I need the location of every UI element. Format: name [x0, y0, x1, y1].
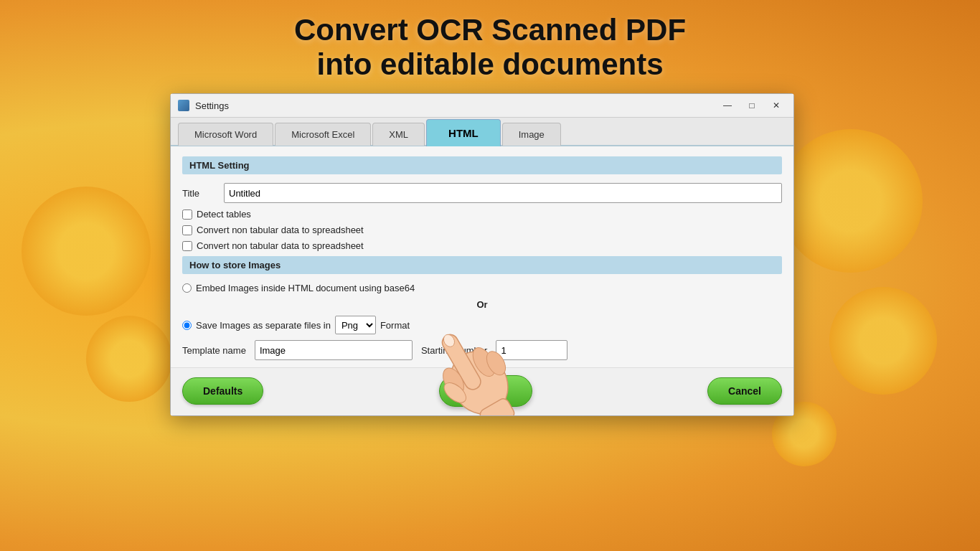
ok-button[interactable]: OK — [439, 375, 532, 407]
maximize-button[interactable]: □ — [742, 98, 762, 113]
bg-circle-1 — [22, 187, 151, 316]
bg-circle-2 — [86, 316, 172, 402]
template-input[interactable] — [255, 340, 413, 360]
close-button[interactable]: ✕ — [766, 98, 786, 113]
convert2-row: Convert non tabular data to spreadsheet — [182, 240, 782, 251]
window-controls: — □ ✕ — [717, 98, 786, 113]
bg-circle-4 — [829, 287, 937, 395]
dialog-footer: Defaults OK Cancel — [171, 367, 793, 415]
detect-tables-row: Detect tables — [182, 209, 782, 220]
page-title: Convert OCR Scanned PDF into editable do… — [0, 13, 980, 83]
detect-tables-checkbox[interactable] — [182, 209, 192, 220]
title-bar: Settings — □ ✕ — [171, 94, 793, 118]
tab-word[interactable]: Microsoft Word — [178, 123, 273, 146]
or-label: Or — [182, 299, 782, 310]
tabs-row: Microsoft Word Microsoft Excel XML HTML … — [171, 118, 793, 146]
title-row: Title — [182, 183, 782, 203]
convert1-label: Convert non tabular data to spreadsheet — [197, 225, 364, 235]
convert1-row: Convert non tabular data to spreadsheet — [182, 225, 782, 235]
format-label: Format — [380, 320, 410, 331]
minimize-button[interactable]: — — [717, 98, 738, 113]
html-setting-header: HTML Setting — [182, 156, 782, 174]
convert2-checkbox[interactable] — [182, 241, 192, 251]
tab-image[interactable]: Image — [502, 123, 561, 146]
tab-html[interactable]: HTML — [426, 119, 501, 146]
embed-radio[interactable] — [182, 283, 192, 293]
title-input[interactable] — [224, 183, 782, 203]
starting-number-input[interactable] — [496, 340, 567, 360]
settings-dialog: Settings — □ ✕ Microsoft Word Microsoft … — [170, 93, 794, 416]
tab-excel[interactable]: Microsoft Excel — [275, 123, 371, 146]
app-icon — [178, 100, 189, 111]
defaults-button[interactable]: Defaults — [182, 377, 263, 405]
dialog-title: Settings — [195, 100, 712, 111]
dialog-content: HTML Setting Title Detect tables Convert… — [171, 146, 793, 367]
embed-label: Embed Images inside HTML document using … — [196, 283, 415, 293]
starting-label: Starting number — [421, 345, 488, 356]
template-label: Template name — [182, 345, 246, 356]
convert2-label: Convert non tabular data to spreadsheet — [197, 240, 364, 251]
format-select[interactable]: Png Jpg Bmp Gif — [335, 316, 376, 334]
title-label: Title — [182, 188, 218, 199]
save-separate-label: Save Images as separate files in — [196, 320, 331, 331]
tab-xml[interactable]: XML — [372, 123, 425, 146]
cancel-button[interactable]: Cancel — [707, 377, 782, 405]
embed-radio-row: Embed Images inside HTML document using … — [182, 283, 782, 293]
save-separate-row: Save Images as separate files in Png Jpg… — [182, 316, 782, 334]
detect-tables-label: Detect tables — [197, 209, 251, 220]
template-row: Template name Starting number — [182, 340, 782, 360]
save-separate-radio[interactable] — [182, 321, 192, 330]
images-section-header: How to store Images — [182, 256, 782, 274]
bg-circle-3 — [779, 129, 923, 273]
convert1-checkbox[interactable] — [182, 225, 192, 235]
